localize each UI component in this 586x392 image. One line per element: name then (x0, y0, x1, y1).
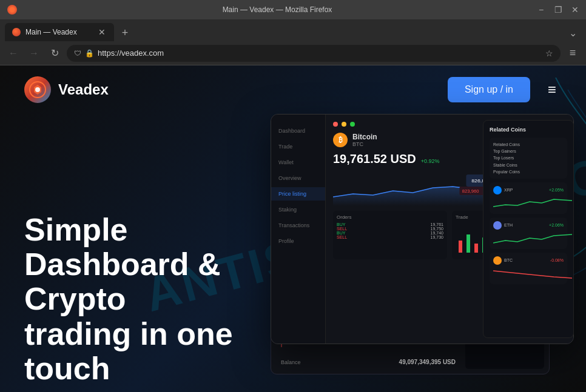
url-text[interactable]: https://veadex.com (98, 48, 542, 58)
hero-line-2: Dashboard & (24, 247, 221, 282)
svg-point-1 (35, 87, 40, 92)
related-coin-menu: Related Coins Top Gainers Top Losers Sta… (490, 138, 567, 179)
nav-bar: ← → ↻ 🛡 🔒 https://veadex.com ☆ ≡ (0, 41, 586, 65)
menu-related-coins: Related Coins (493, 141, 564, 148)
website-content: ANTISPYWARE.COM Veadex Sign up / in ≡ (0, 65, 586, 392)
address-bar[interactable]: 🛡 🔒 https://veadex.com ☆ (67, 45, 561, 62)
coin-change: +0.92% (421, 158, 440, 164)
svg-rect-6 (459, 241, 462, 253)
xrp-name: XRP (504, 188, 513, 192)
menu-popular-coins: Popular Coins (493, 168, 564, 175)
related-coin-xrp: XRP +2.05% (490, 182, 567, 214)
eth-name: ETH (504, 223, 513, 227)
mockup-sidebar-transactions: Transactions (271, 219, 325, 232)
xrp-change: +2.05% (549, 188, 564, 192)
signup-button[interactable]: Sign up / in (448, 77, 530, 102)
balance-label: Balance (281, 359, 301, 365)
hamburger-menu-button[interactable]: ≡ (542, 80, 562, 99)
site-logo: Veadex (24, 76, 109, 103)
order-panel: Orders BUY19,761 SELL19,750 BUY19,740 SE… (333, 211, 447, 259)
hero-line-3: Crypto (24, 281, 126, 316)
mockup-sidebar-wallet: Wallet (271, 156, 325, 169)
forward-button[interactable]: → (25, 45, 42, 62)
new-tab-button[interactable]: + (116, 24, 133, 41)
green-dot (350, 122, 355, 127)
related-coin-other: BTC -0.08% (490, 253, 567, 284)
mockup-sidebar-profile: Profile (271, 234, 325, 248)
mockup-sidebar-price-listing: Price listing (271, 187, 325, 201)
svg-rect-7 (466, 234, 470, 253)
related-coins-title: Related Coins (490, 127, 567, 133)
red-dot (333, 122, 338, 127)
related-coin-eth: ETH +2.06% (490, 218, 567, 249)
reload-button[interactable]: ↻ (46, 45, 63, 62)
related-coins-panel: Related Coins Related Coins Top Gainers … (483, 120, 574, 338)
mockup-sidebar-dashboard: Dashboard (271, 124, 325, 138)
hero-line-4: trading in one (24, 316, 233, 351)
yellow-dot (342, 122, 346, 127)
mockup-sidebar-overview: Overview (271, 171, 325, 185)
mockup-sidebar: Dashboard Trade Wallet Overview Price li… (271, 115, 326, 344)
coin-name: Bitcoin (352, 133, 377, 141)
mockup-sidebar-staking: Staking (271, 203, 325, 216)
hero-section: ANTISPYWARE.COM Veadex Sign up / in ≡ (0, 65, 586, 392)
balance-value: 49,097,349,395 USD (399, 359, 456, 365)
xrp-icon (493, 186, 502, 194)
site-navbar: Veadex Sign up / in ≡ (0, 65, 586, 114)
tab-favicon (12, 28, 21, 36)
other-change: -0.08% (550, 258, 564, 262)
svg-text:823,960: 823,960 (462, 188, 479, 194)
coin-price: 19,761.52 USD (333, 152, 416, 166)
close-button[interactable]: ✕ (571, 6, 579, 13)
tab-title: Main — Veadex (25, 28, 92, 36)
other-icon (493, 256, 502, 265)
svg-rect-8 (474, 244, 478, 253)
bitcoin-icon: ₿ (333, 133, 348, 147)
other-name: BTC (504, 258, 513, 262)
hero-line-1: Simple (24, 212, 128, 247)
bookmark-star-icon[interactable]: ☆ (545, 48, 553, 58)
browser-menu-button[interactable]: ≡ (564, 45, 581, 62)
hero-heading: Simple Dashboard & Crypto trading in one… (24, 213, 233, 386)
title-bar: Main — Veadex — Mozilla Firefox − ❐ ✕ (0, 0, 586, 19)
eth-change: +2.06% (549, 223, 564, 227)
lock-icon: 🔒 (85, 49, 94, 58)
menu-stable-coins: Stable Coins (493, 162, 564, 168)
menu-top-gainers: Top Gainers (493, 148, 564, 154)
tab-close-button[interactable]: ✕ (97, 27, 107, 37)
order-panel-title: Orders (337, 214, 443, 220)
shield-icon: 🛡 (74, 49, 81, 58)
firefox-icon (7, 5, 17, 15)
site-logo-text: Veadex (58, 81, 109, 98)
hero-line-5: touch (24, 351, 110, 386)
window-title: Main — Veadex — Mozilla Firefox (22, 5, 533, 14)
window-controls: − ❐ ✕ (537, 6, 579, 13)
tab-list-button[interactable]: ⌄ (564, 24, 581, 41)
coin-symbol: BTC (352, 141, 377, 147)
eth-icon (493, 221, 502, 230)
logo-icon (24, 76, 51, 103)
maximize-button[interactable]: ❐ (554, 6, 562, 13)
tab-bar: Main — Veadex ✕ + ⌄ (0, 19, 586, 41)
back-button[interactable]: ← (5, 45, 22, 62)
mockup-sidebar-trade: Trade (271, 140, 325, 153)
active-tab[interactable]: Main — Veadex ✕ (5, 23, 114, 41)
minimize-button[interactable]: − (537, 6, 545, 13)
hero-text: Simple Dashboard & Crypto trading in one… (24, 213, 233, 392)
menu-top-losers: Top Losers (493, 154, 564, 161)
